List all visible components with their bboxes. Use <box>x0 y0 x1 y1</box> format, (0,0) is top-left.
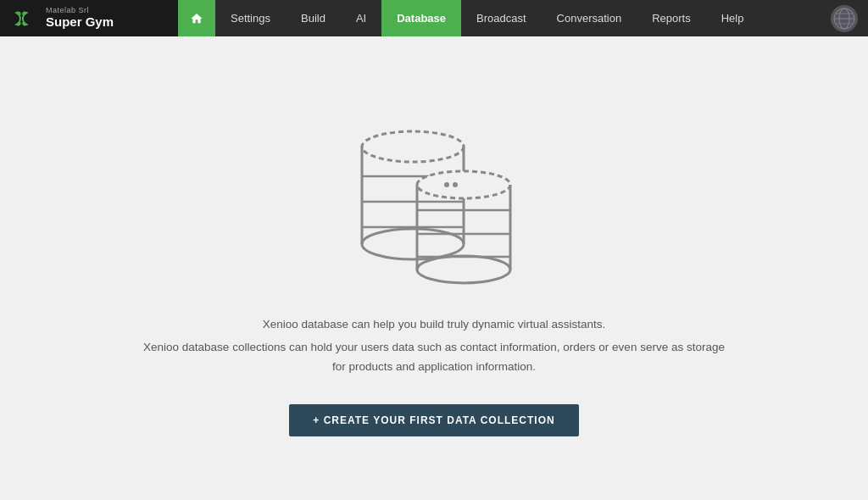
brand: Matelab Srl Super Gym <box>0 0 178 36</box>
nav-item-conversation[interactable]: Conversation <box>542 0 637 36</box>
main-content: Xenioo database can help you build truly… <box>0 36 868 500</box>
avatar-icon <box>832 7 856 31</box>
description-line1: Xenioo database can help you build truly… <box>137 315 731 335</box>
avatar[interactable] <box>831 5 858 32</box>
database-illustration <box>332 100 536 290</box>
svg-point-13 <box>417 171 510 198</box>
brand-logo-icon <box>14 10 37 27</box>
nav-item-settings[interactable]: Settings <box>215 0 286 36</box>
nav-item-broadcast[interactable]: Broadcast <box>461 0 542 36</box>
nav-item-home[interactable] <box>178 0 215 36</box>
brand-name-label: Super Gym <box>46 15 114 30</box>
create-collection-button[interactable]: + CREATE YOUR FIRST DATA COLLECTION <box>289 404 578 436</box>
nav-right <box>831 5 868 32</box>
nav-items: Settings Build AI Database Broadcast Con… <box>178 0 831 36</box>
svg-point-6 <box>362 131 464 162</box>
nav-item-build[interactable]: Build <box>286 0 341 36</box>
nav-item-help[interactable]: Help <box>706 0 760 36</box>
main-nav: Matelab Srl Super Gym Settings Build AI … <box>0 0 868 36</box>
nav-item-database[interactable]: Database <box>381 0 461 36</box>
svg-point-21 <box>453 182 458 187</box>
nav-item-reports[interactable]: Reports <box>637 0 706 36</box>
description-block: Xenioo database can help you build truly… <box>137 315 731 381</box>
nav-item-ai[interactable]: AI <box>341 0 381 36</box>
svg-point-20 <box>444 182 449 187</box>
description-line2: Xenioo database collections can hold you… <box>137 338 731 377</box>
svg-point-16 <box>417 256 510 283</box>
